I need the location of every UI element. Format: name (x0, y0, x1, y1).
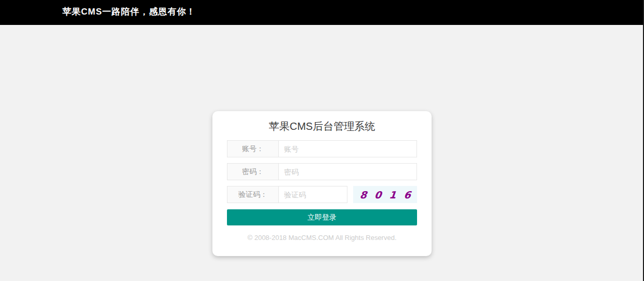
copyright-text: © 2008-2018 MacCMS.COM All Rights Reserv… (227, 234, 417, 242)
captcha-row: 验证码： 8016 (227, 186, 417, 203)
top-notice-bar: 苹果CMS一路陪伴，感恩有你！ (0, 0, 644, 25)
captcha-code-text: 8016 (351, 189, 419, 200)
captcha-image[interactable]: 8016 (353, 186, 417, 203)
password-row: 密码： (227, 163, 417, 180)
password-input[interactable] (278, 163, 417, 180)
username-row: 账号： (227, 140, 417, 157)
username-input[interactable] (278, 140, 417, 157)
page-title: 苹果CMS后台管理系统 (227, 119, 417, 133)
login-card: 苹果CMS后台管理系统 账号： 密码： 验证码： 8016 立即登录 © 200… (212, 111, 432, 256)
captcha-input[interactable] (278, 186, 347, 203)
login-button[interactable]: 立即登录 (227, 209, 417, 225)
username-label: 账号： (227, 140, 279, 157)
captcha-label: 验证码： (227, 186, 279, 203)
password-label: 密码： (227, 163, 279, 180)
top-notice-text: 苹果CMS一路陪伴，感恩有你！ (62, 6, 196, 18)
